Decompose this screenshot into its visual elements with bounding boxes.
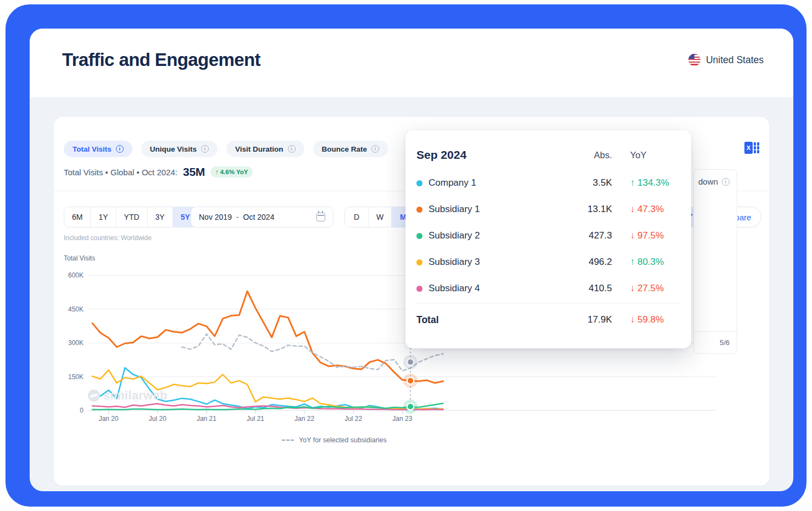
svg-text:600K: 600K (68, 271, 84, 279)
svg-text:Jan 20: Jan 20 (99, 415, 119, 423)
tab-unique-visits[interactable]: Unique Visits i (141, 141, 218, 157)
range-3y[interactable]: 3Y (147, 207, 173, 227)
series-dot (416, 207, 422, 213)
series-name: Company 1 (429, 177, 563, 188)
up-arrow-icon: ↑ (215, 169, 219, 175)
svg-text:Jul 21: Jul 21 (247, 415, 264, 423)
svg-text:0: 0 (80, 407, 84, 414)
series-dot (416, 259, 422, 265)
range-6m[interactable]: 6M (64, 207, 90, 227)
trend-arrow-icon: ↓ (630, 314, 635, 325)
series-name: Subsidiary 4 (429, 283, 563, 294)
tab-label: Bounce Rate (322, 145, 368, 153)
yoy-value: ↓ 97.5% (630, 230, 679, 241)
svg-text:Jul 22: Jul 22 (344, 415, 362, 423)
date-separator: - (236, 213, 239, 221)
excel-export-icon[interactable]: X (744, 142, 759, 154)
series-dot (416, 180, 422, 186)
tooltip-row-subsidiary-1: Subsidiary 1 13.1K ↓ 47.3% (416, 196, 679, 223)
included-countries-note: Included countries: Worldwide (64, 234, 152, 242)
tooltip-header: Sep 2024 Abs. YoY (416, 140, 679, 170)
app-window: Traffic and Engagement United States Tot… (30, 29, 793, 491)
yoy-value: ↓ 47.3% (630, 204, 679, 215)
page-title: Traffic and Engagement (62, 49, 260, 70)
summary-value: 35M (183, 165, 205, 179)
tab-visit-duration[interactable]: Visit Duration i (226, 141, 304, 157)
range-segmented-control: 6M 1Y YTD 3Y 5Y (64, 207, 198, 227)
svg-text:Jan 22: Jan 22 (294, 415, 314, 423)
svg-text:450K: 450K (68, 306, 84, 313)
metric-tabs: Total Visits i Unique Visits i Visit Dur… (64, 141, 388, 157)
summary-row: Total Visits • Global • Oct 2024: 35M ↑ … (64, 165, 253, 179)
yoy-value: ↑ 80.3% (630, 257, 679, 268)
svg-text:Jan 21: Jan 21 (197, 415, 216, 423)
abs-value: 13.1K (563, 204, 612, 215)
abs-value: 496.2 (563, 257, 612, 268)
info-icon[interactable]: i (288, 145, 296, 153)
panel-header-text: down (698, 177, 718, 186)
dashed-line-icon (282, 440, 294, 441)
tooltip-total-row: Total 17.9K ↓ 59.8% (416, 303, 679, 334)
tab-bounce-rate[interactable]: Bounce Rate i (313, 141, 388, 157)
yoy-value: ↓ 27.5% (630, 283, 679, 294)
abs-value: 427.3 (563, 230, 612, 241)
trend-arrow-icon: ↓ (630, 230, 635, 241)
info-icon[interactable]: i (116, 145, 124, 153)
us-flag-icon (688, 54, 700, 66)
trend-arrow-icon: ↓ (630, 283, 635, 293)
series-dot (416, 233, 422, 239)
trend-arrow-icon: ↑ (630, 177, 635, 188)
yoy-badge: ↑ 4.6% YoY (210, 166, 253, 177)
app-frame: Traffic and Engagement United States Tot… (5, 4, 807, 507)
granularity-week[interactable]: W (368, 207, 391, 227)
series-name: Subsidiary 3 (429, 257, 563, 268)
range-ytd[interactable]: YTD (116, 207, 147, 227)
svg-text:150K: 150K (68, 373, 84, 381)
country-label: United States (706, 54, 764, 66)
chart-hover-tooltip: Sep 2024 Abs. YoY Company 1 3.5K ↑ 134.3… (405, 130, 691, 348)
yoy-badge-text: 4.6% YoY (220, 169, 248, 175)
abs-value: 410.5 (563, 283, 612, 294)
granularity-day[interactable]: D (345, 207, 368, 227)
yoy-value: ↑ 134.3% (630, 177, 679, 188)
svg-text:300K: 300K (68, 339, 84, 347)
info-icon[interactable]: i (722, 178, 730, 186)
tab-label: Total Visits (73, 145, 112, 153)
pagination-label: 5/6 (720, 338, 730, 347)
series-name: Subsidiary 2 (429, 230, 563, 241)
total-yoy-value: ↓ 59.8% (630, 314, 679, 325)
info-icon[interactable]: i (201, 145, 209, 153)
info-icon[interactable]: i (371, 145, 379, 153)
tab-label: Unique Visits (150, 145, 197, 153)
breakdown-panel-partial: down i 5/6 (693, 169, 737, 354)
excel-x-glyph: X (744, 142, 753, 154)
svg-text:Jul 20: Jul 20 (149, 415, 166, 423)
country-selector[interactable]: United States (688, 54, 764, 66)
series-dot (416, 286, 422, 292)
tab-total-visits[interactable]: Total Visits i (64, 141, 132, 157)
app-header: Traffic and Engagement United States (30, 29, 793, 97)
range-1y[interactable]: 1Y (90, 207, 115, 227)
summary-label: Total Visits • Global • Oct 2024: (64, 168, 177, 177)
calendar-icon[interactable] (316, 213, 325, 221)
chart-legend: YoY for selected subsidiaries (282, 436, 387, 444)
date-range-picker[interactable]: Nov 2019 - Oct 2024 (191, 207, 333, 227)
screenshot-canvas: Traffic and Engagement United States Tot… (0, 0, 812, 511)
tooltip-col-abs: Abs. (563, 150, 612, 160)
tooltip-row-subsidiary-3: Subsidiary 3 496.2 ↑ 80.3% (416, 249, 679, 275)
date-to: Oct 2024 (243, 213, 275, 221)
trend-arrow-icon: ↓ (630, 204, 635, 214)
svg-text:Jan 23: Jan 23 (392, 415, 412, 423)
tab-label: Visit Duration (235, 145, 283, 153)
tooltip-row-company-1: Company 1 3.5K ↑ 134.3% (416, 170, 679, 196)
date-from: Nov 2019 (199, 213, 232, 221)
tooltip-title: Sep 2024 (416, 148, 563, 162)
legend-label: YoY for selected subsidiaries (299, 436, 387, 444)
tooltip-row-subsidiary-4: Subsidiary 4 410.5 ↓ 27.5% (416, 275, 679, 302)
trend-arrow-icon: ↑ (630, 257, 635, 267)
excel-grid-glyph (754, 142, 759, 153)
breakdown-panel-header: down i (694, 170, 737, 193)
panel-pagination: 5/6 (694, 331, 737, 353)
tooltip-col-yoy: YoY (630, 150, 679, 160)
tooltip-row-subsidiary-2: Subsidiary 2 427.3 ↓ 97.5% (416, 223, 679, 249)
